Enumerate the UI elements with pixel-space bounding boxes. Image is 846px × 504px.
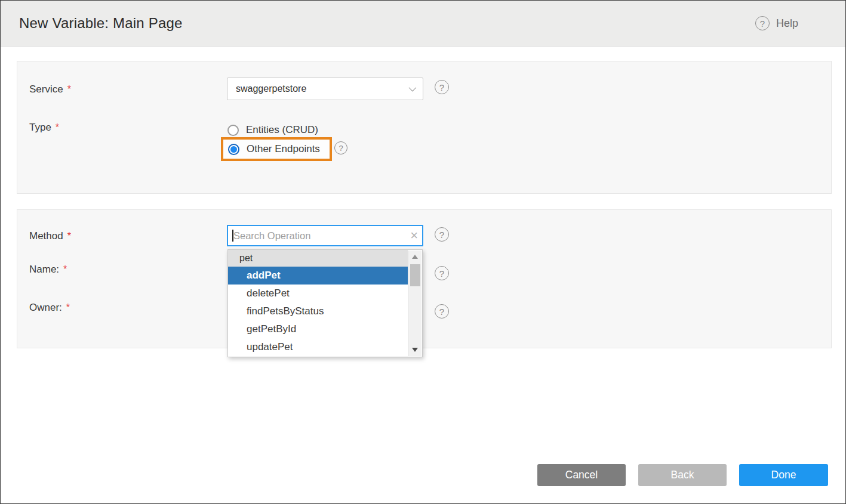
list-item-addpet[interactable]: addPet (228, 267, 408, 285)
list-item-getpetbyid[interactable]: getPetById (228, 320, 408, 338)
radio-checked-icon (228, 144, 239, 155)
help-icon: ? (755, 16, 770, 30)
radio-entities-label: Entities (CRUD) (246, 124, 318, 136)
radio-entities-crud[interactable]: Entities (CRUD) (227, 124, 318, 136)
list-item-deletepet[interactable]: deletePet (228, 285, 408, 302)
service-select[interactable]: swaggerpetstore (227, 78, 423, 100)
required-asterisk: * (67, 231, 71, 241)
method-panel: Method* × ? Name:* ? Owner:* ? (17, 209, 832, 348)
service-help-icon[interactable]: ? (435, 80, 449, 94)
type-label: Type* (29, 122, 59, 134)
service-select-value: swaggerpetstore (236, 84, 306, 94)
list-item-updatepet[interactable]: updatePet (228, 338, 408, 356)
dialog-header: New Variable: Main Page ? Help (1, 1, 845, 47)
method-search-box: × (227, 225, 423, 246)
clear-search-icon[interactable]: × (410, 227, 418, 244)
required-asterisk: * (63, 264, 67, 274)
help-label: Help (776, 17, 798, 30)
required-asterisk: * (56, 122, 59, 132)
dropdown-group-pet: pet (228, 250, 408, 267)
text-caret (232, 230, 233, 242)
required-asterisk: * (67, 84, 71, 94)
scroll-down-icon[interactable] (409, 344, 422, 356)
chevron-down-icon (409, 84, 417, 92)
radio-other-endpoints-label: Other Endpoints (247, 143, 320, 155)
method-help-icon[interactable]: ? (435, 227, 449, 242)
new-variable-dialog: New Variable: Main Page ? Help Service* … (0, 0, 846, 504)
service-type-panel: Service* swaggerpetstore ? Type* Entitie… (17, 61, 832, 194)
operation-dropdown-list: pet addPet deletePet findPetsByStatus ge… (227, 249, 423, 357)
owner-help-icon[interactable]: ? (435, 304, 449, 319)
back-button[interactable]: Back (638, 464, 727, 486)
required-asterisk: * (66, 302, 70, 313)
owner-label: Owner:* (29, 302, 70, 314)
scroll-up-icon[interactable] (409, 251, 422, 262)
radio-unchecked-icon (227, 125, 239, 136)
other-endpoints-highlight-box: Other Endpoints (221, 137, 332, 161)
method-label: Method* (29, 230, 71, 242)
dropdown-scrollbar[interactable] (408, 251, 422, 356)
radio-other-endpoints[interactable]: Other Endpoints (223, 143, 320, 155)
name-help-icon[interactable]: ? (435, 266, 449, 280)
page-title: New Variable: Main Page (19, 15, 183, 32)
cancel-button[interactable]: Cancel (537, 464, 626, 486)
list-item-findpetsbystatus[interactable]: findPetsByStatus (228, 302, 408, 320)
name-label: Name:* (29, 264, 67, 276)
done-button[interactable]: Done (739, 464, 828, 486)
service-label: Service* (29, 84, 71, 95)
scrollbar-thumb[interactable] (410, 264, 420, 286)
type-help-icon[interactable]: ? (334, 141, 347, 154)
help-button[interactable]: ? Help (755, 1, 798, 46)
search-operation-input[interactable] (228, 226, 422, 245)
